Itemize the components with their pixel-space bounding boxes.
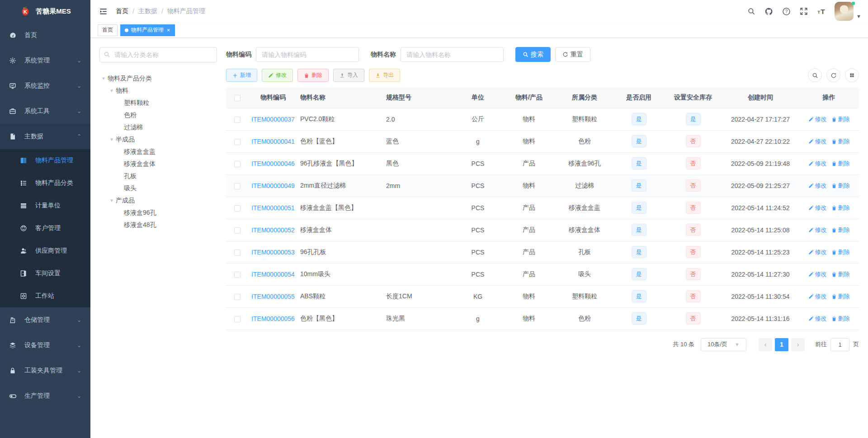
row-checkbox[interactable] (234, 250, 241, 256)
search-button[interactable]: 搜索 (515, 47, 551, 62)
row-edit-button[interactable]: 修改 (808, 248, 827, 256)
import-button[interactable]: 导入 (333, 69, 364, 82)
column-settings-icon[interactable] (845, 68, 859, 82)
row-checkbox[interactable] (234, 316, 241, 322)
help-icon[interactable]: ? (782, 7, 791, 16)
row-edit-button[interactable]: 修改 (808, 182, 827, 190)
row-checkbox[interactable] (234, 227, 241, 234)
sidebar-item-设备管理[interactable]: 设备管理⌄ (0, 333, 90, 358)
row-delete-button[interactable]: 删除 (831, 204, 850, 212)
tree-node-移液盒盒盖[interactable]: 移液盒盒盖 (99, 146, 217, 158)
page-number-button[interactable]: 1 (775, 338, 788, 351)
select-all-checkbox[interactable] (234, 95, 241, 101)
row-checkbox[interactable] (234, 117, 241, 123)
sidebar-item-仓储管理[interactable]: 仓储管理⌄ (0, 307, 90, 333)
row-edit-button[interactable]: 修改 (808, 115, 827, 123)
sidebar-toggle-icon[interactable] (97, 7, 109, 16)
material-code-link[interactable]: ITEM00000054 (251, 271, 295, 278)
add-button[interactable]: 新增 (226, 69, 257, 82)
row-edit-button[interactable]: 修改 (808, 137, 827, 146)
row-checkbox[interactable] (234, 139, 241, 145)
sidebar-item-工装夹具管理[interactable]: 工装夹具管理⌄ (0, 358, 90, 383)
row-checkbox[interactable] (234, 294, 241, 300)
sidebar-item-系统工具[interactable]: 系统工具⌄ (0, 99, 90, 124)
search-icon[interactable] (747, 7, 755, 15)
row-delete-button[interactable]: 删除 (831, 137, 850, 146)
user-menu[interactable]: ▼ (835, 2, 861, 21)
material-code-link[interactable]: ITEM00000051 (251, 204, 295, 212)
sidebar-item-主数据[interactable]: 主数据⌃ (0, 124, 90, 149)
avatar[interactable] (835, 2, 854, 21)
tree-node-过滤棉[interactable]: 过滤棉 (99, 121, 217, 133)
tree-expand-icon[interactable]: ▾ (108, 88, 116, 94)
sidebar-item-工作站[interactable]: 工作站 (0, 285, 90, 307)
tab-首页[interactable]: 首页 (98, 24, 118, 36)
tree-node-色粉[interactable]: 色粉 (99, 109, 217, 121)
refresh-icon[interactable] (826, 68, 840, 82)
tree-node-移液盒盒体[interactable]: 移液盒盒体 (99, 158, 217, 170)
row-delete-button[interactable]: 删除 (831, 115, 850, 123)
material-code-link[interactable]: ITEM00000041 (251, 138, 295, 145)
material-code-link[interactable]: ITEM00000053 (251, 249, 295, 256)
row-delete-button[interactable]: 删除 (831, 315, 850, 323)
row-edit-button[interactable]: 修改 (808, 292, 827, 301)
breadcrumb-home[interactable]: 首页 (116, 7, 128, 15)
fullscreen-icon[interactable] (800, 7, 808, 15)
row-delete-button[interactable]: 删除 (831, 160, 850, 168)
tree-node-物料及产品分类[interactable]: ▾物料及产品分类 (99, 72, 217, 85)
material-code-link[interactable]: ITEM00000055 (251, 293, 295, 300)
sidebar-item-供应商管理[interactable]: 供应商管理 (0, 240, 90, 262)
sidebar-item-首页[interactable]: 首页 (0, 23, 90, 48)
tree-node-孔板[interactable]: 孔板 (99, 170, 217, 182)
tree-expand-icon[interactable]: ▾ (108, 137, 116, 142)
material-code-input[interactable] (256, 47, 359, 62)
row-edit-button[interactable]: 修改 (808, 226, 827, 234)
row-delete-button[interactable]: 删除 (831, 226, 850, 234)
tree-node-移液盒96孔[interactable]: 移液盒96孔 (99, 207, 217, 219)
export-button[interactable]: 导出 (369, 69, 400, 82)
page-size-select[interactable]: 10条/页 ▼ (701, 338, 746, 351)
tree-expand-icon[interactable]: ▾ (108, 198, 116, 203)
row-checkbox[interactable] (234, 272, 241, 278)
row-edit-button[interactable]: 修改 (808, 270, 827, 278)
material-code-link[interactable]: ITEM00000037 (251, 116, 295, 123)
prev-page-button[interactable]: ‹ (759, 338, 772, 351)
tree-node-产成品[interactable]: ▾产成品 (99, 194, 217, 207)
tab-物料产品管理[interactable]: 物料产品管理× (120, 24, 175, 36)
edit-button[interactable]: 修改 (262, 69, 293, 82)
row-edit-button[interactable]: 修改 (808, 160, 827, 168)
sidebar-item-生产管理[interactable]: 生产管理⌄ (0, 383, 90, 409)
row-edit-button[interactable]: 修改 (808, 204, 827, 212)
sidebar-item-客户管理[interactable]: 客户管理 (0, 217, 90, 240)
tree-node-吸头[interactable]: 吸头 (99, 182, 217, 194)
delete-button[interactable]: 删除 (297, 69, 329, 82)
sidebar-item-车间设置[interactable]: 车间设置 (0, 262, 90, 285)
breadcrumb-masterdata[interactable]: 主数据 (138, 7, 157, 15)
tree-node-物料[interactable]: ▾物料 (99, 85, 217, 97)
close-icon[interactable]: × (166, 28, 170, 33)
next-page-button[interactable]: › (791, 338, 805, 351)
tree-node-移液盒48孔[interactable]: 移液盒48孔 (99, 219, 217, 231)
material-code-link[interactable]: ITEM00000046 (251, 160, 295, 167)
material-name-input[interactable] (401, 47, 504, 62)
sidebar-item-系统监控[interactable]: 系统监控⌄ (0, 73, 90, 99)
sidebar-item-计量单位[interactable]: 计量单位 (0, 194, 90, 217)
sidebar-item-物料产品管理[interactable]: 物料产品管理 (0, 149, 90, 172)
font-size-icon[interactable]: TT (817, 7, 826, 16)
material-code-link[interactable]: ITEM00000052 (251, 226, 295, 234)
tree-node-半成品[interactable]: ▾半成品 (99, 133, 217, 146)
category-search-input[interactable] (99, 47, 217, 62)
app-logo[interactable]: K 苦糖果MES (0, 0, 90, 23)
material-code-link[interactable]: ITEM00000056 (251, 315, 295, 322)
row-delete-button[interactable]: 删除 (831, 248, 850, 256)
goto-page-input[interactable] (830, 338, 849, 351)
reset-button[interactable]: 重置 (555, 47, 590, 62)
row-edit-button[interactable]: 修改 (808, 315, 827, 323)
sidebar-item-物料产品分类[interactable]: 物料产品分类 (0, 172, 90, 194)
sidebar-item-系统管理[interactable]: 系统管理⌄ (0, 48, 90, 73)
row-checkbox[interactable] (234, 183, 241, 189)
tree-expand-icon[interactable]: ▾ (99, 75, 108, 81)
github-icon[interactable] (764, 7, 773, 16)
toggle-search-icon[interactable] (808, 68, 822, 82)
material-code-link[interactable]: ITEM00000049 (251, 182, 295, 189)
